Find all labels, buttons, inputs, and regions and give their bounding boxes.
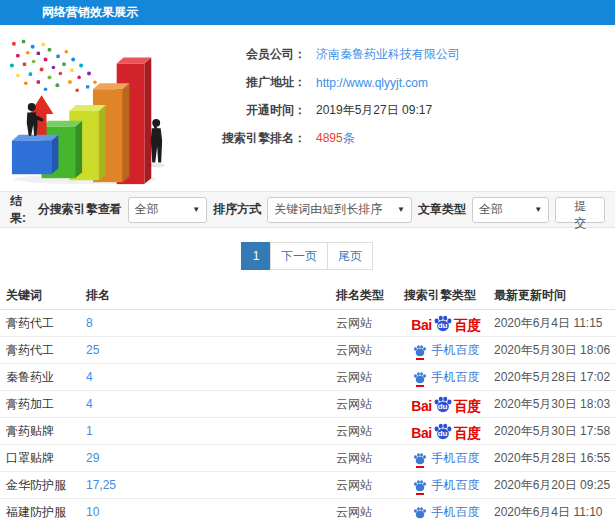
- baidu-mobile-label: 手机百度: [432, 477, 480, 494]
- company-link[interactable]: 济南秦鲁药业科技有限公司: [316, 46, 460, 63]
- growth-chart-illustration: [6, 35, 174, 185]
- table-row: 口罩贴牌29云网站手机百度2020年5月28日 16:55: [0, 445, 615, 472]
- baidu-mobile-label: 手机百度: [432, 504, 480, 520]
- cell-engine: 手机百度: [404, 477, 488, 494]
- last-page-button[interactable]: 尾页: [327, 242, 373, 270]
- cell-keyword: 膏药加工: [0, 396, 86, 413]
- cell-rank-type: 云网站: [336, 423, 404, 440]
- result-label: 结果:: [10, 193, 38, 227]
- company-label: 会员公司：: [174, 46, 306, 63]
- confetti-dots: [10, 40, 102, 93]
- filter-controls: 分搜索引擎查看 全部 ▼ 排序方式 关键词由短到长排序 ▼ 文章类型 全部 ▼ …: [38, 197, 605, 223]
- cell-rank[interactable]: 8: [86, 316, 336, 330]
- cell-rank[interactable]: 25: [86, 343, 336, 357]
- keyword-ranking-table: 关键词 排名 排名类型 搜索引擎类型 最新更新时间 膏药代工8云网站Baidu百…: [0, 282, 615, 520]
- cell-engine: 手机百度: [404, 369, 488, 386]
- chevron-down-icon: ▼: [397, 205, 405, 214]
- table-header-row: 关键词 排名 排名类型 搜索引擎类型 最新更新时间: [0, 282, 615, 310]
- cell-rank[interactable]: 10: [86, 505, 336, 519]
- baidu-paw-icon: [413, 452, 427, 465]
- bar-blue: [12, 135, 58, 175]
- open-time-row: 开通时间： 2019年5月27日 09:17: [174, 97, 605, 124]
- promo-url-label: 推广地址：: [174, 74, 306, 91]
- header-rank: 排名: [86, 287, 336, 304]
- table-row: 膏药加工4云网站Baidu百度2020年5月30日 18:03: [0, 391, 615, 418]
- cell-rank-type: 云网站: [336, 477, 404, 494]
- baidu-paw-icon: du: [433, 422, 453, 440]
- page-1-button[interactable]: 1: [241, 242, 271, 270]
- baidu-mobile-logo: 手机百度: [413, 477, 480, 494]
- cell-updated: 2020年6月4日 11:10: [488, 504, 615, 520]
- baidu-paw-icon: [413, 344, 427, 357]
- cell-engine: Baidu百度: [404, 422, 488, 440]
- open-time-value: 2019年5月27日 09:17: [316, 102, 432, 119]
- cell-rank-type: 云网站: [336, 315, 404, 332]
- table-body: 膏药代工8云网站Baidu百度2020年6月4日 11:15膏药代工25云网站手…: [0, 310, 615, 520]
- cell-updated: 2020年5月30日 18:03: [488, 396, 615, 413]
- cell-updated: 2020年5月28日 17:02: [488, 369, 615, 386]
- table-row: 金华防护服17,25云网站手机百度2020年6月20日 09:25: [0, 472, 615, 499]
- baidu-paw-icon: [413, 479, 427, 492]
- table-row: 秦鲁药业4云网站手机百度2020年5月28日 17:02: [0, 364, 615, 391]
- open-time-label: 开通时间：: [174, 102, 306, 119]
- engine-rank-value: 4895条: [316, 130, 355, 147]
- cell-keyword: 膏药贴牌: [0, 423, 86, 440]
- cell-updated: 2020年6月4日 11:15: [488, 315, 615, 332]
- engine-rank-row: 搜索引擎排名： 4895条: [174, 125, 605, 152]
- baidu-mobile-label: 手机百度: [432, 450, 480, 467]
- cell-rank[interactable]: 29: [86, 451, 336, 465]
- cell-keyword: 金华防护服: [0, 477, 86, 494]
- article-type-select[interactable]: 全部 ▼: [472, 197, 549, 223]
- table-row: 膏药代工25云网站手机百度2020年5月30日 18:06: [0, 337, 615, 364]
- sort-filter-label: 排序方式: [213, 201, 261, 218]
- baidu-mobile-label: 手机百度: [432, 369, 480, 386]
- cell-engine: 手机百度: [404, 450, 488, 467]
- cell-rank-type: 云网站: [336, 369, 404, 386]
- cell-updated: 2020年5月30日 17:58: [488, 423, 615, 440]
- page-title: 网络营销效果展示: [0, 0, 615, 25]
- header-keyword: 关键词: [0, 287, 86, 304]
- baidu-pc-logo: Baidu百度: [411, 422, 480, 440]
- article-type-label: 文章类型: [418, 201, 466, 218]
- cell-rank[interactable]: 1: [86, 424, 336, 438]
- chevron-down-icon: ▼: [192, 205, 200, 214]
- cell-rank[interactable]: 4: [86, 370, 336, 384]
- baidu-pc-logo: Baidu百度: [411, 395, 480, 413]
- baidu-pc-logo: Baidu百度: [411, 314, 480, 332]
- cell-engine: Baidu百度: [404, 395, 488, 413]
- header-rank-type: 排名类型: [336, 287, 404, 304]
- baidu-paw-icon: [413, 506, 427, 519]
- cell-keyword: 膏药代工: [0, 315, 86, 332]
- promo-url-link[interactable]: http://www.qlyyjt.com: [316, 76, 428, 90]
- baidu-mobile-logo: 手机百度: [413, 450, 480, 467]
- table-row: 福建防护服10云网站手机百度2020年6月4日 11:10: [0, 499, 615, 520]
- account-info: 会员公司： 济南秦鲁药业科技有限公司 推广地址： http://www.qlyy…: [174, 35, 605, 185]
- cell-rank[interactable]: 4: [86, 397, 336, 411]
- next-page-button[interactable]: 下一页: [270, 242, 328, 270]
- account-info-section: 会员公司： 济南秦鲁药业科技有限公司 推广地址： http://www.qlyy…: [0, 25, 615, 191]
- baidu-mobile-label: 手机百度: [432, 342, 480, 359]
- cell-engine: 手机百度: [404, 504, 488, 520]
- rank-count: 4895: [316, 131, 343, 145]
- cell-keyword: 膏药代工: [0, 342, 86, 359]
- cell-keyword: 秦鲁药业: [0, 369, 86, 386]
- cell-updated: 2020年5月28日 16:55: [488, 450, 615, 467]
- cell-updated: 2020年6月20日 09:25: [488, 477, 615, 494]
- baidu-mobile-logo: 手机百度: [413, 369, 480, 386]
- promo-url-row: 推广地址： http://www.qlyyjt.com: [174, 69, 605, 96]
- baidu-paw-icon: du: [433, 314, 453, 332]
- cell-rank-type: 云网站: [336, 504, 404, 520]
- cell-updated: 2020年5月30日 18:06: [488, 342, 615, 359]
- submit-button[interactable]: 提交: [555, 197, 605, 223]
- engine-filter-value: 全部: [135, 201, 159, 218]
- cell-keyword: 口罩贴牌: [0, 450, 86, 467]
- engine-filter-select[interactable]: 全部 ▼: [128, 197, 207, 223]
- cell-rank[interactable]: 17,25: [86, 478, 336, 492]
- engine-filter-label: 分搜索引擎查看: [38, 201, 122, 218]
- baidu-mobile-logo: 手机百度: [413, 504, 480, 520]
- baidu-mobile-logo: 手机百度: [413, 342, 480, 359]
- engine-rank-label: 搜索引擎排名：: [174, 130, 306, 147]
- pagination: 1 下一页 尾页: [0, 228, 615, 282]
- sort-filter-select[interactable]: 关键词由短到长排序 ▼: [267, 197, 412, 223]
- table-row: 膏药代工8云网站Baidu百度2020年6月4日 11:15: [0, 310, 615, 337]
